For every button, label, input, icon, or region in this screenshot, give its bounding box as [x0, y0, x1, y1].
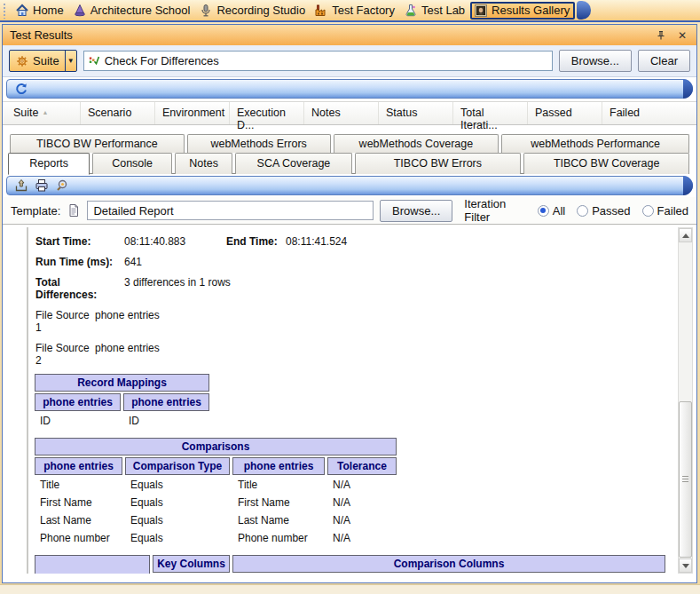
toolbar-item-test-factory[interactable]: Test Factory [311, 2, 400, 20]
comparisons-table: Comparisons phone entries Comparison Typ… [32, 436, 399, 548]
column-header-notes[interactable]: Notes [304, 102, 379, 124]
template-row: Template: Detailed Report Browse... Iter… [3, 197, 696, 224]
report-area: Start Time: 08:11:40.883 End Time: 08:11… [3, 224, 696, 581]
home-icon [15, 4, 29, 18]
template-browse-button[interactable]: Browse... [380, 200, 452, 222]
triangle-down-icon [682, 564, 689, 568]
report-toolbar [6, 176, 693, 195]
record-mappings-table: Record Mappings phone entries phone entr… [32, 372, 212, 431]
toolbar-item-label: Results Gallery [492, 4, 570, 17]
app-toolbar: Home Architecture School Recording Studi… [0, 0, 700, 22]
scrollbar-thumb[interactable] [679, 401, 692, 558]
suite-dropdown-button[interactable]: Suite ▼ [9, 50, 77, 72]
file-source-1: File Source 1 phone entries [35, 309, 675, 334]
toolbar-item-recording-studio[interactable]: Recording Studio [195, 2, 311, 20]
document-icon[interactable] [67, 203, 81, 218]
total-differences-value: 3 differences in 1 rows [124, 276, 231, 301]
scroll-down-button[interactable] [679, 558, 692, 573]
file-source-2: File Source 2 phone entries [35, 342, 675, 367]
comparisons-col-0: phone entries [35, 457, 122, 475]
triangle-up-icon [682, 234, 689, 238]
tab-webmethods-errors[interactable]: webMethods Errors [187, 134, 331, 153]
scroll-up-button[interactable] [679, 228, 692, 242]
end-time-label: End Time: [226, 235, 286, 248]
chevron-down-icon: ▼ [65, 51, 76, 71]
toolbar-item-label: Home [33, 4, 64, 17]
tab-reports[interactable]: Reports [8, 153, 90, 175]
column-header-total-iterations[interactable]: Total Iterati... [453, 102, 528, 124]
tab-sca-coverage[interactable]: SCA Coverage [235, 153, 351, 174]
toolbar-item-results-gallery[interactable]: Results Gallery [470, 2, 575, 20]
clear-button[interactable]: Clear [638, 50, 690, 72]
record-mappings-title: Record Mappings [35, 374, 209, 392]
search-value: Check For Differences [105, 54, 219, 67]
toolbar-drag-handle[interactable] [3, 3, 7, 19]
tab-tibco-bw-errors[interactable]: TIBCO BW Errors [355, 153, 522, 174]
summary-times: Start Time: 08:11:40.883 End Time: 08:11… [35, 235, 675, 248]
key-columns-header: Key Columns [153, 555, 230, 573]
pin-icon[interactable] [654, 28, 668, 43]
toolbar-item-label: Test Lab [421, 4, 465, 17]
microphone-icon [199, 4, 213, 18]
radio-passed[interactable]: Passed [577, 204, 630, 218]
vertical-scrollbar[interactable] [678, 227, 693, 574]
start-time-label: Start Time: [35, 235, 124, 248]
print-icon[interactable] [35, 178, 49, 193]
gear-icon [15, 54, 29, 68]
export-icon[interactable] [14, 178, 28, 193]
tab-console[interactable]: Console [92, 153, 171, 174]
browse-button[interactable]: Browse... [559, 50, 632, 72]
tab-webmethods-performance[interactable]: webMethods Performance [501, 134, 689, 153]
tab-tibco-bw-performance[interactable]: TIBCO BW Performance [10, 134, 185, 153]
column-header-status[interactable]: Status [379, 102, 453, 124]
radio-all-icon [538, 205, 549, 217]
column-header-execution-date[interactable]: Execution D... [230, 102, 304, 124]
suite-button-label: Suite [33, 54, 59, 67]
flask-icon [404, 4, 418, 18]
radio-passed-icon [577, 205, 588, 217]
template-input[interactable]: Detailed Report [87, 201, 374, 220]
comparisons-title: Comparisons [35, 438, 397, 455]
column-header-environment[interactable]: Environment [155, 102, 230, 124]
tab-notes[interactable]: Notes [175, 153, 233, 174]
toolbar-end-cap [577, 1, 591, 20]
architecture-school-icon [73, 4, 87, 18]
gallery-icon [474, 4, 488, 18]
end-time-value: 08:11:41.524 [286, 235, 347, 248]
template-label: Template: [11, 204, 60, 218]
refresh-toolbar [6, 79, 693, 99]
column-header-suite[interactable]: Suite ▲ [6, 102, 81, 124]
run-time-label: Run Time (ms): [35, 256, 124, 268]
toolbar-item-architecture-school[interactable]: Architecture School [69, 2, 196, 20]
iteration-filter-label: Iteration Filter [464, 197, 525, 224]
total-differences-label: Total Differences: [35, 276, 124, 301]
thumb-grip-icon [682, 476, 688, 483]
comparisons-col-2: phone entries [232, 457, 325, 475]
toolbar-item-test-lab[interactable]: Test Lab [400, 2, 470, 20]
refresh-icon[interactable] [14, 82, 28, 96]
toolbar-item-home[interactable]: Home [12, 2, 69, 20]
column-header-passed[interactable]: Passed [528, 102, 602, 124]
record-mappings-row: ID ID [35, 413, 209, 429]
iteration-filter-group: Iteration Filter All Passed Failed [464, 197, 688, 224]
comparison-row: First Name Equals First Name N/A [35, 495, 397, 511]
comparisons-col-1: Comparison Type [125, 457, 230, 475]
tab-row-front: Reports Console Notes SCA Coverage TIBCO… [8, 153, 689, 174]
start-time-value: 08:11:40.883 [124, 235, 226, 248]
tab-webmethods-coverage[interactable]: webMethods Coverage [334, 134, 499, 153]
search-preview-icon[interactable] [55, 178, 69, 193]
tab-tibco-bw-coverage[interactable]: TIBCO BW Coverage [523, 153, 689, 174]
radio-all[interactable]: All [538, 204, 565, 218]
comparison-columns-header: Comparison Columns [232, 555, 665, 573]
window-bottom-edge [0, 584, 700, 594]
column-header-failed[interactable]: Failed [602, 102, 677, 124]
search-input[interactable]: Check For Differences [83, 51, 553, 71]
comparisons-col-3: Tolerance [327, 457, 397, 475]
test-results-panel: Test Results ✕ Suite ▼ [2, 24, 697, 583]
close-icon[interactable]: ✕ [675, 28, 689, 43]
column-header-scenario[interactable]: Scenario [81, 102, 155, 124]
radio-failed[interactable]: Failed [642, 204, 688, 218]
comparison-row: Phone number Equals Phone number N/A [35, 530, 397, 546]
template-value: Detailed Report [93, 204, 173, 218]
files-table: Files Key Columns Comparison Columns ID … [32, 553, 668, 574]
